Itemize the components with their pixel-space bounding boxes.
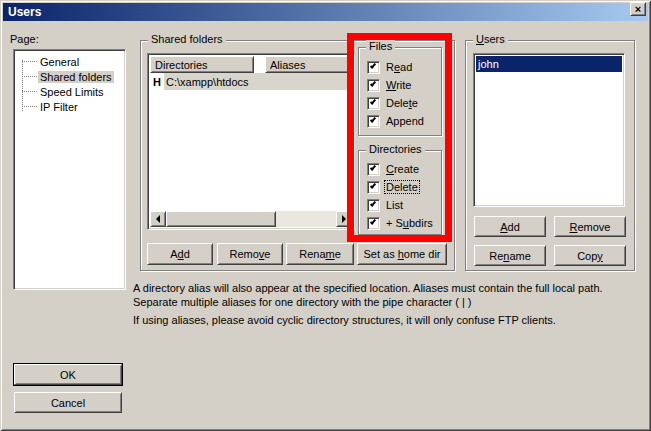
scrollbar-thumb[interactable]: [166, 211, 276, 227]
checkbox-checked-icon[interactable]: [367, 181, 380, 194]
directories-permissions-group: Directories Create Delete List + Subdirs: [358, 150, 442, 235]
add-user-button[interactable]: Add: [474, 216, 546, 237]
button-label: Add: [500, 221, 520, 233]
checkbox-label: Delete: [385, 97, 419, 109]
shared-folders-group-label: Shared folders: [148, 33, 226, 45]
titlebar[interactable]: Users: [3, 3, 648, 21]
button-label: Rename: [489, 250, 531, 262]
rename-user-button[interactable]: Rename: [474, 245, 546, 266]
checkbox-read[interactable]: Read: [367, 59, 437, 75]
remove-folder-button[interactable]: Remove: [217, 243, 283, 265]
tree-guide: [22, 106, 38, 107]
scroll-left-icon: [152, 215, 160, 223]
page-label: Page:: [10, 33, 39, 45]
users-list[interactable]: john: [473, 53, 625, 207]
checkbox-write[interactable]: Write: [367, 77, 437, 93]
list-item-john[interactable]: john: [476, 56, 622, 72]
column-header-directories[interactable]: Directories: [150, 56, 254, 73]
column-header-label: Directories: [155, 59, 208, 71]
check-mark-icon: [370, 98, 376, 105]
alias-note-text: A directory alias will also appear at th…: [133, 281, 647, 309]
tree-guide: [22, 91, 38, 92]
files-permissions-group: Files Read Write Delete Append: [358, 47, 442, 136]
checkbox-label: Create: [385, 163, 420, 175]
window-title: Users: [8, 5, 41, 19]
ok-button[interactable]: OK: [14, 364, 122, 385]
checkbox-label: List: [385, 199, 404, 211]
rename-folder-button[interactable]: Rename: [286, 243, 354, 265]
column-header-aliases[interactable]: Aliases: [265, 56, 352, 73]
check-mark-icon: [370, 116, 376, 123]
tree-item-label: IP Filter: [38, 101, 80, 113]
button-label: OK: [60, 369, 76, 381]
scroll-left-button[interactable]: [150, 211, 166, 227]
scroll-right-icon: [342, 215, 350, 223]
checkbox-label: Append: [385, 115, 425, 127]
checkbox-delete-dirs[interactable]: Delete: [367, 179, 437, 195]
directory-path: C:\xampp\htdocs: [166, 76, 249, 88]
tree-item-label: Speed Limits: [38, 86, 106, 98]
close-button[interactable]: ×: [630, 2, 646, 16]
column-header-label: Aliases: [270, 59, 305, 71]
table-row[interactable]: H C:\xampp\htdocs: [150, 73, 352, 90]
check-mark-icon: [370, 164, 376, 171]
sidebar-item-shared-folders[interactable]: Shared folders: [16, 69, 123, 84]
button-label: Rename: [299, 248, 341, 260]
users-dialog: Users × Page: General Shared folders Spe…: [0, 0, 651, 431]
sidebar-item-ip-filter[interactable]: IP Filter: [16, 99, 123, 114]
directories-table[interactable]: Directories Aliases H C:\xampp\htdocs: [147, 53, 355, 230]
close-icon: ×: [635, 4, 641, 14]
button-label: Copy: [577, 250, 603, 262]
checkbox-label: + Subdirs: [385, 217, 434, 229]
checkbox-checked-icon[interactable]: [367, 163, 380, 176]
cancel-button[interactable]: Cancel: [14, 392, 122, 413]
sidebar-item-general[interactable]: General: [16, 54, 123, 69]
page-tree[interactable]: General Shared folders Speed Limits IP F…: [13, 49, 126, 290]
checkbox-label: Delete: [385, 181, 419, 193]
checkbox-checked-icon[interactable]: [367, 217, 380, 230]
users-group-label: Users: [473, 33, 508, 45]
cyclic-note-text: If using aliases, please avoid cyclic di…: [133, 313, 647, 327]
check-mark-icon: [370, 182, 376, 189]
checkbox-label: Write: [385, 79, 412, 91]
button-label: Cancel: [51, 397, 85, 409]
check-mark-icon: [370, 200, 376, 207]
home-flag: H: [150, 76, 164, 88]
checkbox-append[interactable]: Append: [367, 113, 437, 129]
checkbox-list[interactable]: List: [367, 197, 437, 213]
checkbox-subdirs[interactable]: + Subdirs: [367, 215, 437, 231]
checkbox-create[interactable]: Create: [367, 161, 437, 177]
check-mark-icon: [370, 80, 376, 87]
directories-group-label: Directories: [366, 143, 425, 155]
button-label: Set as home dir: [363, 248, 440, 260]
add-folder-button[interactable]: Add: [147, 243, 213, 265]
user-name: john: [478, 58, 499, 70]
button-label: Add: [170, 248, 190, 260]
tree-item-label: Shared folders: [38, 71, 114, 83]
button-label: Remove: [570, 221, 611, 233]
checkbox-label: Read: [385, 61, 413, 73]
set-as-home-dir-button[interactable]: Set as home dir: [357, 243, 447, 265]
check-mark-icon: [370, 62, 376, 69]
remove-user-button[interactable]: Remove: [554, 216, 626, 237]
scroll-right-button[interactable]: [336, 211, 352, 227]
checkbox-checked-icon[interactable]: [367, 115, 380, 128]
tree-guide: [22, 76, 38, 77]
checkbox-checked-icon[interactable]: [367, 97, 380, 110]
button-label: Remove: [230, 248, 271, 260]
check-mark-icon: [370, 218, 376, 225]
horizontal-scrollbar[interactable]: [150, 211, 352, 227]
row-selection: C:\xampp\htdocs: [164, 73, 352, 90]
sidebar-item-speed-limits[interactable]: Speed Limits: [16, 84, 123, 99]
tree-item-label: General: [38, 56, 81, 68]
checkbox-delete-files[interactable]: Delete: [367, 95, 437, 111]
tree-guide: [22, 61, 38, 62]
checkbox-checked-icon[interactable]: [367, 199, 380, 212]
checkbox-checked-icon[interactable]: [367, 61, 380, 74]
checkbox-checked-icon[interactable]: [367, 79, 380, 92]
copy-user-button[interactable]: Copy: [554, 245, 626, 266]
files-group-label: Files: [366, 40, 395, 52]
